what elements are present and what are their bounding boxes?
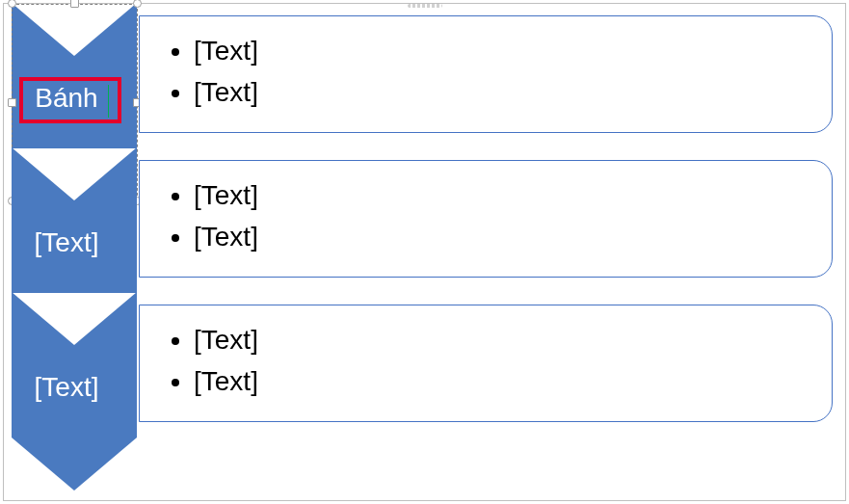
content-panel[interactable]: [Text] [Text] [139,305,833,422]
content-panel[interactable]: [Text] [Text] [139,15,833,133]
list-item[interactable]: [Text] [194,71,812,113]
smartart-row: Bánh [Text] [Text] [4,4,845,170]
list-item[interactable]: [Text] [194,319,812,360]
list-item[interactable]: [Text] [194,216,812,257]
selection-handle[interactable] [133,0,142,8]
list-item[interactable]: [Text] [194,174,812,216]
smartart-canvas[interactable]: Bánh [Text] [Text] [3,3,846,501]
selection-handle[interactable] [8,98,16,107]
chevron-down-icon [12,293,137,491]
bullet-list: [Text] [Text] [165,174,812,258]
list-item[interactable]: [Text] [194,30,812,71]
bullet-list: [Text] [Text] [165,319,812,403]
chevron-shape[interactable] [12,293,137,491]
content-panel[interactable]: [Text] [Text] [139,160,833,278]
list-item[interactable]: [Text] [194,360,812,402]
smartart-row: [Text] [Text] [Text] [4,293,845,459]
bullet-list: [Text] [Text] [165,30,812,114]
selection-handle[interactable] [70,0,79,8]
smartart-row: [Text] [Text] [Text] [4,148,845,314]
text-caret [108,85,109,118]
